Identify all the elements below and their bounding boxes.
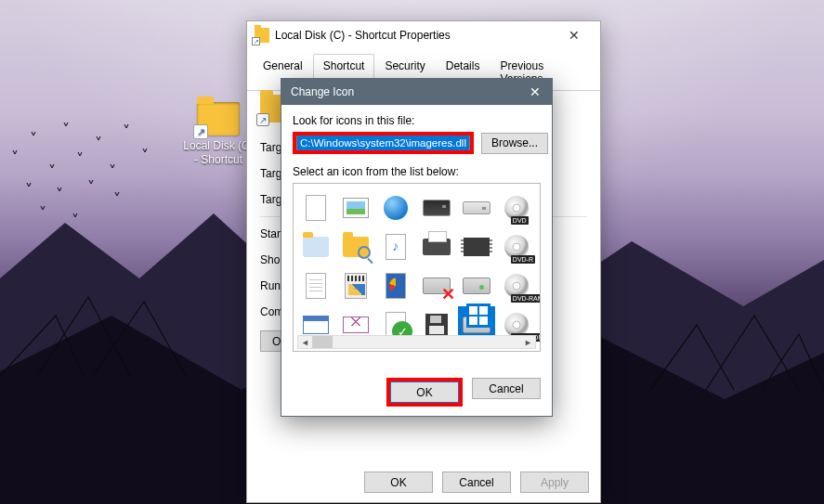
path-highlight: C:\Windows\system32\imageres.dll [293, 132, 474, 154]
icon-folder-search[interactable] [337, 228, 374, 265]
icon-blank-sheet[interactable] [297, 189, 334, 226]
icon-chart-sheet[interactable] [377, 267, 414, 304]
icon-path-input[interactable]: C:\Windows\system32\imageres.dll [296, 136, 470, 150]
icon-folder-open[interactable] [297, 228, 334, 265]
close-icon[interactable]: ✕ [518, 79, 552, 105]
icon-text-sheet[interactable] [297, 267, 334, 304]
properties-apply-button[interactable]: Apply [520, 472, 589, 493]
change-icon-title: Change Icon [291, 85, 518, 98]
icon-optical-drive[interactable] [458, 189, 495, 226]
icon-grid: DVDDVD-R✕DVD-RAM✓DVD-ROM [297, 189, 536, 343]
close-icon[interactable]: ✕ [556, 24, 593, 46]
icon-list-pane: DVDDVD-R✕DVD-RAM✓DVD-ROM ◄ ► [293, 183, 541, 352]
scrollbar-thumb[interactable] [312, 336, 333, 348]
icon-dvd-disc[interactable]: DVD [498, 189, 535, 226]
icon-dvd-ram-disc[interactable]: DVD-RAM [498, 267, 535, 304]
properties-title: Local Disk (C) - Shortcut Properties [275, 29, 556, 42]
desktop-shortcut-label: Local Disk (C) - Shortcut [181, 139, 255, 167]
browse-button[interactable]: Browse... [481, 133, 548, 154]
icon-globe[interactable] [377, 189, 414, 226]
icon-video-file[interactable] [337, 267, 374, 304]
icon-drive-error[interactable]: ✕ [418, 267, 455, 304]
icon-floppy-drive[interactable] [418, 189, 455, 226]
icon-music-sheet[interactable] [377, 228, 414, 265]
icon-photo[interactable] [337, 189, 374, 226]
icon-printer[interactable] [418, 228, 455, 265]
desktop-shortcut-local-disk-c[interactable]: ↗ Local Disk (C) - Shortcut [181, 102, 255, 167]
icon-path-value: C:\Windows\system32\imageres.dll [297, 136, 469, 150]
horizontal-scrollbar[interactable]: ◄ ► [297, 335, 536, 349]
icon-drive-removable[interactable] [458, 267, 495, 304]
folder-shortcut-icon: ↗ [197, 102, 240, 136]
scroll-left-icon[interactable]: ◄ [298, 336, 312, 348]
change-icon-ok-button[interactable]: OK [390, 381, 459, 403]
look-for-icons-label: Look for icons in this file: [293, 114, 541, 127]
select-icon-label: Select an icon from the list below: [293, 165, 541, 178]
properties-cancel-button[interactable]: Cancel [442, 472, 511, 493]
change-icon-footer: OK Cancel [281, 378, 552, 407]
ok-highlight: OK [386, 378, 463, 407]
change-icon-cancel-button[interactable]: Cancel [472, 378, 541, 399]
change-icon-dialog: Change Icon ✕ Look for icons in this fil… [281, 78, 553, 417]
properties-ok-button[interactable]: OK [364, 472, 433, 493]
folder-shortcut-icon: ↗ [255, 28, 269, 43]
properties-titlebar[interactable]: ↗ Local Disk (C) - Shortcut Properties ✕ [247, 21, 600, 49]
scroll-right-icon[interactable]: ► [521, 336, 535, 348]
icon-dvd-r-disc[interactable]: DVD-R [498, 228, 535, 265]
properties-footer: OK Cancel Apply [247, 472, 600, 493]
change-icon-titlebar[interactable]: Change Icon ✕ [281, 79, 552, 105]
icon-ram-chip[interactable] [458, 228, 495, 265]
